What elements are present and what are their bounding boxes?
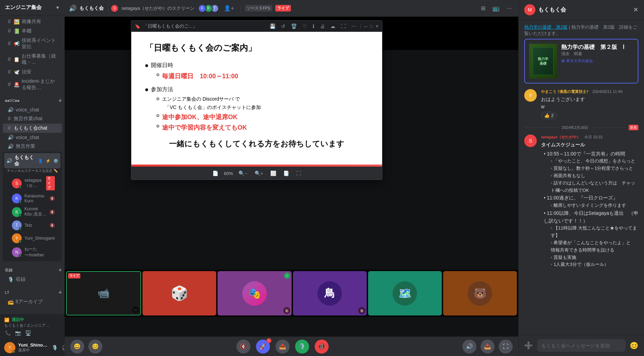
pop-out-btn[interactable]: 📤 [481,340,495,354]
pdf-fullscreen-btn[interactable]: ⛶ [295,169,302,177]
cloud-btn[interactable]: ☁ [329,23,337,30]
channel-item-jobs[interactable]: # 📋 お仕事募集（就職・… [3,52,62,67]
rotate-btn[interactable]: ↺ [280,23,287,30]
member-name: ねーたー/noether [24,246,55,258]
mute-btn[interactable]: 🔇 [236,340,250,354]
add-channel-icon[interactable]: + [59,97,62,104]
add-lt-icon[interactable]: + [59,289,62,296]
save-btn[interactable]: 💾 [268,23,277,30]
status-indicator [19,254,22,257]
avatar-setagaya: S [110,4,119,13]
channel-item-incident[interactable]: # 🚨 incident-まじかる報告… [3,77,62,92]
channel-icon: 📢 [14,41,20,46]
channel-item-peace[interactable]: # 🕊️ 治安 [3,67,62,77]
close-panel-btn[interactable]: ✕ [633,6,638,14]
add-recording-icon[interactable]: + [59,267,62,273]
member-kurone[interactable]: K Kuroné Kito::黒音… 🔇 [7,205,58,219]
camera-btn[interactable]: 📷 [14,329,22,336]
channel-item-voice-chat[interactable]: 🔊 voice_chat [3,106,62,114]
book-title: 熱力学の基礎 第２版 Ⅰ [561,44,634,51]
channel-item-mokumoku-chat[interactable]: # もくもく会chat [3,124,62,133]
participant-thumb-anime: 🎭 ✓ 🔇 [218,271,291,315]
top-bar-right: ⊞ 📺 ⋯ [479,3,514,13]
voice-status-text: 通話中 [12,317,24,323]
member-yuni[interactable]: Y Yuni_Shinogami [7,232,58,245]
fullscreen-viewer-btn[interactable]: ⛶ [339,23,347,30]
disconnect-btn[interactable]: 📞 [4,329,12,336]
zoom-in-btn[interactable]: 🔍+ [253,169,265,177]
channel-item-image-share[interactable]: # 🖼️ 画像共有 [3,17,62,26]
delete-btn[interactable]: 🗑️ [290,23,298,30]
zoom-out-btn[interactable]: 🔍− [237,169,249,177]
member-setagaya[interactable]: S setagaya（せ… ライブ [7,175,58,192]
close-window-btn[interactable]: ✕ [375,24,379,29]
speaker-icon3: 🔊 [8,144,14,149]
record-icon: 🎙️ [8,277,14,282]
share-btn[interactable]: 📤 [276,340,290,354]
channel-item-lt-archive[interactable]: 📻 ltアーカイブ [3,297,62,306]
sharer-avatar: S [112,4,119,13]
channel-item-bookshelf[interactable]: # 📗 本棚 [3,27,62,36]
speaker-ctrl-btn[interactable]: 🔊 [462,340,476,354]
two-page-btn[interactable]: 📑 [282,169,291,177]
msg1-meta: やまこう †漆黒の電算技士† 2024/02/11 11:49 [541,89,622,94]
info-btn[interactable]: ℹ [311,23,316,30]
channel-item-voice-chat2[interactable]: 🔊 voice_chat [3,133,62,141]
channel-item-silent-work2[interactable]: 🔊 無言作業 [3,142,62,151]
msg1-text: おはようございます [541,96,622,103]
status-indicator [19,186,22,188]
msg1-reaction[interactable]: 👍 2 [541,112,557,119]
pdf-bullet-header-1: 開催日時 [145,62,368,69]
mic-btn[interactable]: 🎙️ [295,340,309,354]
maximize-btn[interactable]: □ [370,24,373,28]
server-header[interactable]: エンジニア集会 ▼ [0,0,65,15]
mute-icon: 🔇 [50,223,55,228]
emoji-ctrl-btn[interactable]: 😊 [88,340,102,354]
end-call-btn[interactable]: 📵 [315,340,329,354]
member-name: Kuroné Kito::黒音… [24,206,47,217]
fullscreen-ctrl-btn[interactable]: ⛶ [499,340,513,354]
msg2-content: setagaya（せたがや） 今日 10:15 タイムスケジュール 10:55～… [541,135,638,268]
more-options-btn[interactable]: ⋯ [504,3,514,13]
channel-item-tech-events[interactable]: # 📢 技術系イベント宣伝 [3,36,62,51]
lt-section-header[interactable]: LT + [0,284,65,297]
member-tetz[interactable]: T Tetz 🔇 [7,219,58,232]
hash-icon: # [8,28,11,34]
right-panel-footer: ➕ 😊 [519,335,644,356]
add-friend-btn[interactable]: 👤+ [222,3,236,13]
member-karasuma[interactable]: K Karasuma-Kuro 🔇 [7,192,58,205]
channel-label: 無言作業 [16,143,35,150]
screen-share-btn[interactable]: 🖥️ [24,329,32,336]
print-btn[interactable]: 🖨 [319,23,326,30]
member-avatar: N [12,247,22,257]
deafen-btn[interactable]: 😀 [70,340,84,354]
page-view-btn[interactable]: 📄 [211,169,220,177]
fit-page-btn[interactable]: ⬜ [269,169,278,177]
pdf-page: 「日曜もくもく会のご案内」 開催日時 毎週日曜日 10:00～11:00 [131,32,382,165]
mic-toggle-btn[interactable]: 🎙️ [50,343,59,352]
thumb-more-btn[interactable]: ⋯ [132,306,139,313]
heart-btn[interactable]: ♡ [301,23,308,30]
right-panel: M もくもく会 ✕ 熱力学の基礎 第2版 | 熱力学の基礎 第2版 詳細をご覧い… [518,0,644,356]
member-neater[interactable]: N ねーたー/noether [7,245,58,260]
recordings-section-header[interactable]: 収録 + [0,262,65,275]
bottom-right: 🔊 📤 ⛶ [462,340,513,354]
sublist-item-9: 1人最大3分で（仮ルール） [548,261,638,268]
minimize-btn[interactable]: — [364,24,367,28]
attach-btn[interactable]: ➕ [524,341,533,350]
member-name: setagaya（せ… [24,178,43,189]
message-input[interactable] [537,339,625,352]
grid-view-btn[interactable]: ⊞ [479,3,488,13]
speaker-icon: 🔊 [8,107,14,112]
emoji-picker-btn[interactable]: 😊 [630,341,638,350]
speaker-icon2: 🔊 [8,135,14,140]
screen-share-btn[interactable]: 📺 [490,3,502,13]
vc-section-header[interactable]: ■■VC■■ + [0,93,65,105]
book-publisher: 🏛 東京大学出版会 [561,58,634,64]
more-viewer-btn[interactable]: ⋯ [350,23,358,30]
channel-item-silent-work[interactable]: # 無言作業chat [3,114,62,123]
book-link[interactable]: 熱力学の基礎 第2版 [524,24,568,30]
channel-item-mokumoku-voice[interactable]: 🔊 もくもく会 👤 ⚡ ⚙️ [4,153,60,168]
channel-item-recording[interactable]: 🎙️ 収録 [3,275,62,284]
sublist-item-6: 【11時以降 大抵こんなこと★をやってます】 [548,225,638,239]
